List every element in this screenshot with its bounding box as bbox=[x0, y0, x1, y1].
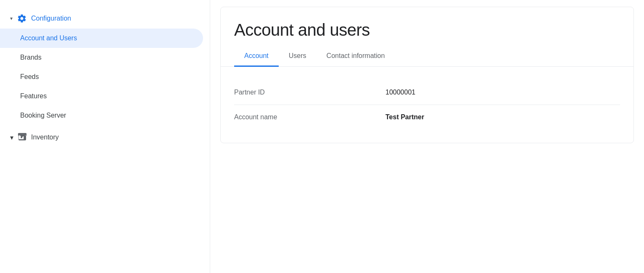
main-content: Account and users Account Users Contact … bbox=[210, 0, 644, 273]
sidebar-item-feeds[interactable]: Feeds bbox=[0, 67, 210, 87]
tabs-container: Account Users Contact information bbox=[221, 46, 633, 67]
sidebar-item-label: Booking Server bbox=[20, 112, 66, 119]
sidebar-item-label: Feeds bbox=[20, 73, 39, 81]
partner-id-row: Partner ID 10000001 bbox=[234, 80, 620, 105]
tab-account[interactable]: Account bbox=[234, 46, 279, 67]
gear-icon bbox=[17, 13, 27, 24]
sidebar-item-label: Brands bbox=[20, 54, 42, 61]
sidebar-item-booking-server[interactable]: Booking Server bbox=[0, 106, 210, 125]
sidebar: ▾ Configuration Account and Users Brands… bbox=[0, 0, 210, 273]
account-name-label: Account name bbox=[234, 113, 301, 121]
account-name-row: Account name Test Partner bbox=[234, 105, 620, 129]
sidebar-configuration-header[interactable]: ▾ Configuration bbox=[0, 8, 210, 29]
partner-id-label: Partner ID bbox=[234, 89, 301, 96]
sidebar-item-account-and-users[interactable]: Account and Users bbox=[0, 29, 203, 48]
tab-contact-information[interactable]: Contact information bbox=[317, 46, 395, 67]
sidebar-item-label: Features bbox=[20, 92, 47, 100]
partner-id-value: 10000001 bbox=[385, 89, 415, 96]
account-details: Partner ID 10000001 Account name Test Pa… bbox=[221, 67, 633, 143]
sidebar-inventory-header[interactable]: ▾ Inventory bbox=[0, 125, 210, 150]
tab-users[interactable]: Users bbox=[279, 46, 317, 67]
configuration-label: Configuration bbox=[31, 15, 71, 22]
inventory-label: Inventory bbox=[31, 134, 59, 141]
store-icon bbox=[18, 132, 27, 143]
sidebar-item-label: Account and Users bbox=[20, 34, 77, 42]
chevron-down-icon: ▾ bbox=[10, 134, 13, 142]
page-title: Account and users bbox=[221, 7, 633, 46]
sidebar-item-brands[interactable]: Brands bbox=[0, 48, 210, 67]
chevron-down-icon: ▾ bbox=[10, 16, 13, 21]
content-card: Account and users Account Users Contact … bbox=[220, 7, 634, 143]
account-name-value: Test Partner bbox=[385, 113, 424, 121]
sidebar-item-features[interactable]: Features bbox=[0, 87, 210, 106]
